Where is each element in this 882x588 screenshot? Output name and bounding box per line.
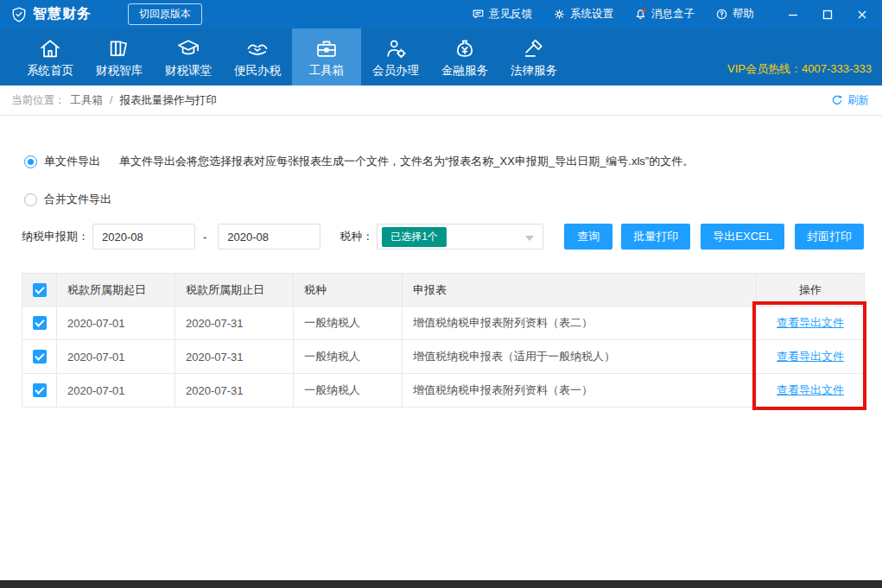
- close-icon: [857, 9, 867, 20]
- column-header-report: 申报表: [403, 274, 757, 307]
- app-window: 智慧财务 切回原版本 意见反馈 系统设置: [0, 0, 882, 588]
- tax-type-label: 税种：: [339, 229, 373, 244]
- app-title: 智慧财务: [33, 5, 92, 23]
- export-excel-button[interactable]: 导出EXCEL: [701, 224, 784, 250]
- breadcrumb-separator: /: [110, 94, 112, 106]
- cell-end-date: 2020-07-31: [175, 307, 294, 340]
- refresh-label: 刷新: [847, 93, 869, 108]
- single-export-label[interactable]: 单文件导出: [44, 154, 100, 169]
- member-icon: [384, 36, 408, 60]
- feedback-icon: [472, 8, 485, 21]
- single-export-radio[interactable]: [24, 155, 37, 168]
- close-button[interactable]: [856, 9, 868, 21]
- breadcrumb: 当前位置： 工具箱 / 报表批量操作与打印 刷新: [0, 85, 882, 116]
- merge-export-label[interactable]: 合并文件导出: [44, 192, 111, 207]
- cell-tax-type: 一般纳税人: [294, 307, 403, 340]
- feedback-button[interactable]: 意见反馈: [472, 7, 532, 22]
- batch-print-button[interactable]: 批量打印: [621, 224, 690, 250]
- row-checkbox[interactable]: [33, 316, 47, 330]
- message-box-icon: [634, 8, 647, 21]
- titlebar: 智慧财务 切回原版本 意见反馈 系统设置: [0, 0, 882, 28]
- nav-item-home[interactable]: 系统首页: [16, 28, 85, 85]
- message-box-label: 消息盒子: [651, 7, 695, 22]
- nav-item-toolbox[interactable]: 工具箱: [292, 28, 361, 85]
- view-export-file-link[interactable]: 查看导出文件: [777, 316, 844, 329]
- hands-icon: [245, 36, 270, 60]
- toolbox-icon: [314, 36, 339, 60]
- nav-label-legal: 法律服务: [511, 63, 557, 79]
- row-checkbox[interactable]: [33, 350, 47, 364]
- gavel-icon: [522, 36, 546, 60]
- row-checkbox[interactable]: [33, 383, 47, 397]
- cell-tax-type: 一般纳税人: [294, 340, 403, 374]
- message-box-button[interactable]: 消息盒子: [634, 7, 695, 22]
- cell-report-name: 增值税纳税申报表附列资料（表一）: [403, 374, 757, 408]
- cell-report-name: 增值税纳税申报表（适用于一般纳税人）: [403, 340, 757, 374]
- select-all-checkbox[interactable]: [33, 283, 47, 297]
- nav-label-member: 会员办理: [372, 63, 419, 79]
- help-button[interactable]: 帮助: [715, 7, 754, 22]
- nav-item-classroom[interactable]: 财税课堂: [154, 28, 223, 85]
- nav-item-knowledge[interactable]: 财税智库: [85, 28, 154, 85]
- refresh-icon: [831, 94, 843, 106]
- nav-label-toolbox: 工具箱: [309, 63, 345, 79]
- tax-type-select[interactable]: 已选择1个: [377, 224, 543, 250]
- cell-end-date: 2020-07-31: [175, 374, 294, 408]
- gear-icon: [553, 8, 566, 21]
- table-row: 2020-07-01 2020-07-31 一般纳税人 增值税纳税申报表（适用于…: [22, 340, 865, 374]
- nav-label-knowledge: 财税智库: [96, 63, 143, 79]
- view-export-file-link[interactable]: 查看导出文件: [777, 350, 844, 363]
- graduation-cap-icon: [176, 36, 200, 60]
- column-header-tax-type: 税种: [294, 274, 403, 307]
- nav-label-tax-service: 便民办税: [234, 63, 281, 79]
- cell-start-date: 2020-07-01: [57, 340, 175, 374]
- cover-print-button[interactable]: 封面打印: [795, 224, 864, 250]
- action-buttons: 批量打印 导出EXCEL 封面打印: [621, 224, 864, 250]
- nav-item-tax-service[interactable]: 便民办税: [223, 28, 292, 85]
- switch-version-button[interactable]: 切回原版本: [128, 3, 202, 25]
- breadcrumb-prefix: 当前位置：: [11, 93, 66, 108]
- view-export-file-link[interactable]: 查看导出文件: [777, 383, 844, 396]
- table-row: 2020-07-01 2020-07-31 一般纳税人 增值税纳税申报表附列资料…: [22, 307, 865, 340]
- merge-export-radio[interactable]: [24, 193, 37, 206]
- cell-end-date: 2020-07-31: [175, 340, 294, 374]
- period-end-input[interactable]: [218, 224, 320, 250]
- feedback-label: 意见反馈: [489, 7, 532, 22]
- table-header-row: 税款所属期起日 税款所属期止日 税种 申报表 操作: [22, 274, 865, 307]
- nav-item-legal[interactable]: 法律服务: [499, 28, 568, 85]
- cell-tax-type: 一般纳税人: [294, 374, 403, 408]
- help-icon: [715, 8, 728, 21]
- period-separator: -: [203, 231, 206, 243]
- maximize-icon: [822, 9, 833, 20]
- cell-start-date: 2020-07-01: [57, 307, 175, 340]
- window-controls: [787, 9, 868, 21]
- breadcrumb-parent[interactable]: 工具箱: [71, 93, 104, 108]
- nav-item-member[interactable]: 会员办理: [361, 28, 430, 85]
- settings-button[interactable]: 系统设置: [553, 7, 613, 22]
- filter-bar: 纳税申报期： - 税种： 已选择1个 查询 批量打印 导出EXCEL 封面打印: [22, 223, 864, 250]
- maximize-button[interactable]: [822, 9, 834, 21]
- nav-item-finance[interactable]: 金融服务: [430, 28, 499, 85]
- chevron-down-icon: [525, 236, 534, 241]
- tax-type-selected-tag: 已选择1个: [382, 227, 447, 247]
- column-header-action: 操作: [757, 274, 865, 307]
- minimize-button[interactable]: [787, 9, 799, 21]
- period-start-input[interactable]: [92, 224, 195, 250]
- period-label: 纳税申报期：: [22, 229, 89, 244]
- logo-icon: [10, 6, 28, 23]
- nav-label-home: 系统首页: [27, 63, 73, 79]
- main-content: 单文件导出 单文件导出会将您选择报表对应每张报表生成一个文件，文件名为“报表名称…: [0, 154, 882, 408]
- merge-export-option: 合并文件导出: [24, 192, 864, 207]
- query-button[interactable]: 查询: [564, 224, 612, 250]
- cell-report-name: 增值税纳税申报表附列资料（表二）: [403, 307, 757, 340]
- refresh-button[interactable]: 刷新: [831, 93, 869, 108]
- settings-label: 系统设置: [570, 7, 613, 22]
- single-export-description: 单文件导出会将您选择报表对应每张报表生成一个文件，文件名为“报表名称_XX申报期…: [119, 154, 694, 169]
- money-bag-icon: [453, 36, 477, 60]
- home-icon: [38, 36, 62, 60]
- report-table: 税款所属期起日 税款所属期止日 税种 申报表 操作 2020-07-01 202…: [22, 273, 865, 408]
- help-label: 帮助: [733, 7, 754, 22]
- nav-label-finance: 金融服务: [441, 63, 488, 79]
- breadcrumb-current: 报表批量操作与打印: [119, 93, 217, 108]
- vip-hotline: VIP会员热线：4007-333-333: [727, 61, 872, 77]
